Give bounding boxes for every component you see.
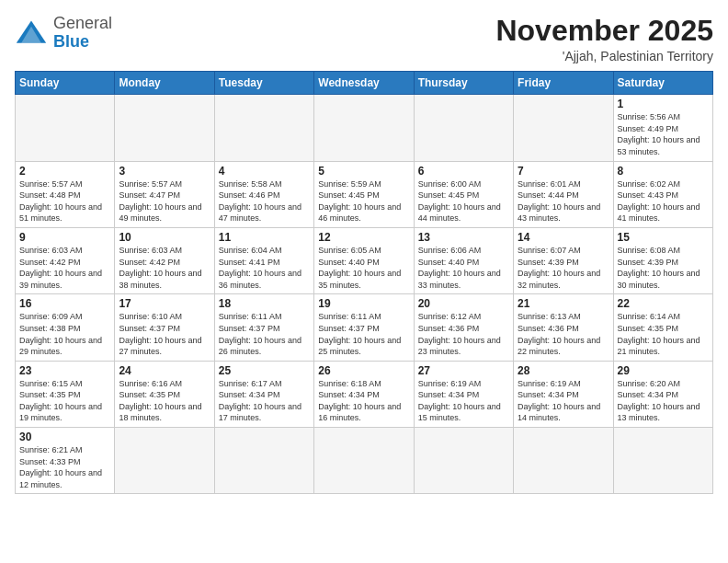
week-row-2: 2Sunrise: 5:57 AM Sunset: 4:48 PM Daylig… [16, 161, 713, 227]
day-header-row: SundayMondayTuesdayWednesdayThursdayFrid… [16, 72, 713, 95]
calendar-cell: 5Sunrise: 5:59 AM Sunset: 4:45 PM Daylig… [314, 161, 414, 227]
day-number: 2 [19, 165, 110, 178]
week-row-6: 30Sunrise: 6:21 AM Sunset: 4:33 PM Dayli… [16, 428, 713, 494]
logo: General Blue [15, 15, 112, 52]
day-info: Sunrise: 6:11 AM Sunset: 4:37 PM Dayligh… [219, 311, 310, 357]
page: General Blue November 2025 'Ajjah, Pales… [0, 0, 728, 563]
day-info: Sunrise: 6:21 AM Sunset: 4:33 PM Dayligh… [19, 444, 110, 490]
header: General Blue November 2025 'Ajjah, Pales… [15, 15, 713, 63]
calendar-cell: 1Sunrise: 5:56 AM Sunset: 4:49 PM Daylig… [613, 95, 712, 161]
calendar-cell: 26Sunrise: 6:18 AM Sunset: 4:34 PM Dayli… [314, 361, 414, 427]
day-number: 24 [119, 364, 210, 377]
calendar-cell: 17Sunrise: 6:10 AM Sunset: 4:37 PM Dayli… [115, 294, 214, 361]
day-info: Sunrise: 6:02 AM Sunset: 4:43 PM Dayligh… [618, 178, 709, 224]
day-number: 21 [518, 297, 609, 310]
day-info: Sunrise: 6:11 AM Sunset: 4:37 PM Dayligh… [318, 311, 409, 357]
day-number: 8 [618, 165, 709, 178]
calendar-cell: 27Sunrise: 6:19 AM Sunset: 4:34 PM Dayli… [414, 361, 513, 427]
calendar-cell [214, 428, 313, 494]
week-row-3: 9Sunrise: 6:03 AM Sunset: 4:42 PM Daylig… [16, 227, 713, 293]
calendar-cell: 13Sunrise: 6:06 AM Sunset: 4:40 PM Dayli… [414, 227, 513, 293]
day-info: Sunrise: 6:06 AM Sunset: 4:40 PM Dayligh… [418, 245, 509, 291]
day-number: 4 [219, 165, 310, 178]
calendar-cell: 11Sunrise: 6:04 AM Sunset: 4:41 PM Dayli… [214, 227, 313, 293]
calendar-cell: 20Sunrise: 6:12 AM Sunset: 4:36 PM Dayli… [414, 294, 513, 361]
month-title: November 2025 [495, 15, 713, 47]
day-info: Sunrise: 6:15 AM Sunset: 4:35 PM Dayligh… [19, 378, 110, 424]
calendar-cell: 18Sunrise: 6:11 AM Sunset: 4:37 PM Dayli… [214, 294, 313, 361]
calendar-cell [414, 428, 513, 494]
calendar-cell: 24Sunrise: 6:16 AM Sunset: 4:35 PM Dayli… [115, 361, 214, 427]
day-number: 6 [418, 165, 509, 178]
calendar-cell: 19Sunrise: 6:11 AM Sunset: 4:37 PM Dayli… [314, 294, 414, 361]
day-number: 20 [418, 297, 509, 310]
day-info: Sunrise: 5:57 AM Sunset: 4:47 PM Dayligh… [119, 178, 210, 224]
day-of-week-wednesday: Wednesday [314, 72, 414, 95]
day-number: 14 [518, 231, 609, 244]
day-number: 27 [418, 364, 509, 377]
day-info: Sunrise: 6:01 AM Sunset: 4:44 PM Dayligh… [518, 178, 609, 224]
day-info: Sunrise: 6:13 AM Sunset: 4:36 PM Dayligh… [518, 311, 609, 357]
day-info: Sunrise: 6:07 AM Sunset: 4:39 PM Dayligh… [518, 245, 609, 291]
day-number: 29 [618, 364, 709, 377]
calendar-cell [514, 95, 613, 161]
day-info: Sunrise: 6:19 AM Sunset: 4:34 PM Dayligh… [418, 378, 509, 424]
day-number: 5 [318, 165, 409, 178]
calendar-cell: 28Sunrise: 6:19 AM Sunset: 4:34 PM Dayli… [514, 361, 613, 427]
week-row-5: 23Sunrise: 6:15 AM Sunset: 4:35 PM Dayli… [16, 361, 713, 427]
calendar-cell: 29Sunrise: 6:20 AM Sunset: 4:34 PM Dayli… [613, 361, 712, 427]
day-info: Sunrise: 6:19 AM Sunset: 4:34 PM Dayligh… [518, 378, 609, 424]
day-of-week-tuesday: Tuesday [214, 72, 313, 95]
calendar-cell: 16Sunrise: 6:09 AM Sunset: 4:38 PM Dayli… [16, 294, 115, 361]
calendar-cell: 8Sunrise: 6:02 AM Sunset: 4:43 PM Daylig… [613, 161, 712, 227]
calendar-cell [314, 95, 414, 161]
day-number: 12 [318, 231, 409, 244]
day-number: 1 [618, 98, 709, 110]
day-of-week-monday: Monday [115, 72, 214, 95]
day-number: 17 [119, 297, 210, 310]
day-info: Sunrise: 6:12 AM Sunset: 4:36 PM Dayligh… [418, 311, 509, 357]
day-of-week-sunday: Sunday [16, 72, 115, 95]
day-info: Sunrise: 6:09 AM Sunset: 4:38 PM Dayligh… [19, 311, 110, 357]
day-info: Sunrise: 5:56 AM Sunset: 4:49 PM Dayligh… [618, 111, 709, 157]
calendar-cell: 12Sunrise: 6:05 AM Sunset: 4:40 PM Dayli… [314, 227, 414, 293]
title-block: November 2025 'Ajjah, Palestinian Territ… [495, 15, 713, 63]
calendar-cell: 3Sunrise: 5:57 AM Sunset: 4:47 PM Daylig… [115, 161, 214, 227]
day-info: Sunrise: 6:10 AM Sunset: 4:37 PM Dayligh… [119, 311, 210, 357]
calendar-cell: 4Sunrise: 5:58 AM Sunset: 4:46 PM Daylig… [214, 161, 313, 227]
day-info: Sunrise: 5:57 AM Sunset: 4:48 PM Dayligh… [19, 178, 110, 224]
day-number: 30 [19, 431, 110, 443]
day-of-week-thursday: Thursday [414, 72, 513, 95]
calendar-cell: 7Sunrise: 6:01 AM Sunset: 4:44 PM Daylig… [514, 161, 613, 227]
day-number: 23 [19, 364, 110, 377]
calendar-cell: 23Sunrise: 6:15 AM Sunset: 4:35 PM Dayli… [16, 361, 115, 427]
day-of-week-saturday: Saturday [613, 72, 712, 95]
day-info: Sunrise: 6:20 AM Sunset: 4:34 PM Dayligh… [618, 378, 709, 424]
day-info: Sunrise: 6:17 AM Sunset: 4:34 PM Dayligh… [219, 378, 310, 424]
logo-icon [15, 17, 48, 50]
calendar-cell [16, 95, 115, 161]
day-number: 26 [318, 364, 409, 377]
day-number: 9 [19, 231, 110, 244]
calendar-cell [115, 428, 214, 494]
day-number: 10 [119, 231, 210, 244]
calendar-cell: 9Sunrise: 6:03 AM Sunset: 4:42 PM Daylig… [16, 227, 115, 293]
calendar-cell [214, 95, 313, 161]
calendar-cell [115, 95, 214, 161]
calendar-cell: 30Sunrise: 6:21 AM Sunset: 4:33 PM Dayli… [16, 428, 115, 494]
day-info: Sunrise: 5:58 AM Sunset: 4:46 PM Dayligh… [219, 178, 310, 224]
calendar: SundayMondayTuesdayWednesdayThursdayFrid… [15, 71, 713, 494]
day-number: 19 [318, 297, 409, 310]
day-number: 28 [518, 364, 609, 377]
calendar-cell [314, 428, 414, 494]
day-number: 15 [618, 231, 709, 244]
day-info: Sunrise: 6:18 AM Sunset: 4:34 PM Dayligh… [318, 378, 409, 424]
day-info: Sunrise: 6:08 AM Sunset: 4:39 PM Dayligh… [618, 245, 709, 291]
calendar-body: 1Sunrise: 5:56 AM Sunset: 4:49 PM Daylig… [16, 95, 713, 494]
day-number: 25 [219, 364, 310, 377]
calendar-cell: 2Sunrise: 5:57 AM Sunset: 4:48 PM Daylig… [16, 161, 115, 227]
day-number: 22 [618, 297, 709, 310]
calendar-cell: 6Sunrise: 6:00 AM Sunset: 4:45 PM Daylig… [414, 161, 513, 227]
week-row-4: 16Sunrise: 6:09 AM Sunset: 4:38 PM Dayli… [16, 294, 713, 361]
day-number: 18 [219, 297, 310, 310]
